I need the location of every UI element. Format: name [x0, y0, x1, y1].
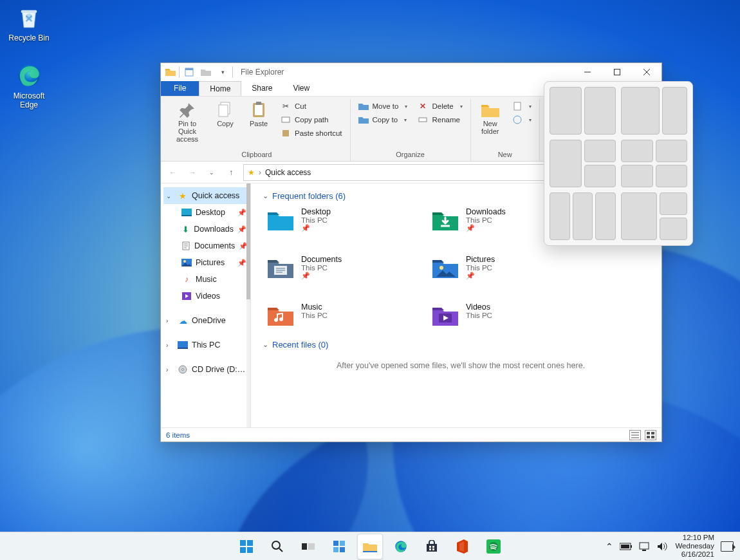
- taskbar-clock[interactable]: 12:10 PM Wednesday 6/16/2021: [675, 534, 714, 559]
- desktop-icon-recycle-bin[interactable]: Recycle Bin: [4, 4, 54, 42]
- nav-desktop[interactable]: Desktop📌: [163, 204, 250, 221]
- close-button[interactable]: [632, 63, 661, 81]
- snap-layout-option[interactable]: [621, 140, 687, 187]
- desktop-icon-edge[interactable]: Microsoft Edge: [4, 62, 54, 109]
- new-item-button[interactable]: ▾: [510, 100, 534, 112]
- folder-item[interactable]: PicturesThis PC📌: [431, 255, 560, 281]
- easy-access-button[interactable]: ▾: [510, 114, 534, 126]
- svg-rect-48: [429, 548, 431, 550]
- taskbar-store[interactable]: [419, 534, 445, 559]
- nav-downloads[interactable]: ⬇Downloads📌: [163, 221, 250, 238]
- copy-path-button[interactable]: Copy path: [278, 114, 345, 126]
- svg-rect-35: [240, 547, 246, 553]
- folder-item[interactable]: MusicThis PC: [266, 303, 395, 328]
- nav-up-button[interactable]: ↑: [224, 165, 238, 180]
- svg-rect-39: [308, 543, 315, 550]
- tab-file[interactable]: File: [161, 81, 199, 96]
- qat-customize-icon[interactable]: ▾: [216, 66, 230, 79]
- disc-icon: [178, 364, 188, 375]
- task-view-button[interactable]: [295, 534, 321, 559]
- nav-music[interactable]: ♪Music: [163, 271, 250, 288]
- navigation-pane: ⌄★Quick access Desktop📌 ⬇Downloads📌 Docu…: [161, 183, 251, 427]
- svg-rect-8: [255, 105, 263, 115]
- chevron-down-icon: ▾: [460, 104, 463, 109]
- nav-onedrive[interactable]: ›☁OneDrive: [163, 312, 250, 329]
- taskbar-file-explorer[interactable]: [357, 534, 383, 559]
- svg-rect-46: [429, 546, 431, 548]
- widgets-button[interactable]: [326, 534, 352, 559]
- notifications-button[interactable]: [721, 541, 734, 552]
- nav-recent-button[interactable]: ⌄: [205, 165, 219, 180]
- maximize-button[interactable]: [602, 63, 632, 81]
- copy-button[interactable]: Copy: [211, 99, 239, 127]
- svg-rect-41: [340, 541, 345, 546]
- cut-button[interactable]: ✂Cut: [278, 100, 345, 112]
- qat-properties-icon[interactable]: [182, 66, 196, 79]
- move-to-button[interactable]: Move to▾: [356, 100, 411, 112]
- start-button[interactable]: [234, 534, 259, 559]
- svg-rect-17: [181, 215, 192, 216]
- nav-cd-drive[interactable]: ›CD Drive (D:) CCC: [163, 361, 250, 378]
- snap-layout-option[interactable]: [550, 192, 616, 240]
- tab-view[interactable]: View: [282, 81, 320, 96]
- move-to-icon: [358, 101, 369, 111]
- taskbar-edge[interactable]: [388, 534, 414, 559]
- paste-shortcut-button[interactable]: Paste shortcut: [278, 127, 345, 139]
- nav-documents[interactable]: Documents📌: [163, 238, 250, 254]
- window-title: File Explorer: [241, 68, 284, 77]
- nav-back-button[interactable]: ←: [166, 165, 180, 180]
- search-button[interactable]: [264, 534, 290, 559]
- nav-this-pc[interactable]: ›This PC: [163, 337, 250, 353]
- videos-icon: [181, 291, 192, 301]
- app-icon: [165, 66, 176, 78]
- snap-layout-option[interactable]: [550, 140, 616, 187]
- folder-item[interactable]: DownloadsThis PC📌: [431, 207, 560, 233]
- folder-name: Documents: [301, 255, 342, 264]
- view-large-icons-button[interactable]: [645, 430, 656, 440]
- delete-button[interactable]: ✕Delete▾: [415, 100, 465, 112]
- new-folder-button[interactable]: New folder: [476, 99, 504, 135]
- titlebar[interactable]: ▾ File Explorer: [161, 63, 661, 81]
- volume-icon[interactable]: [657, 542, 669, 551]
- recent-files-header[interactable]: ⌄Recent files (0): [263, 340, 655, 350]
- rename-button[interactable]: Rename: [415, 114, 465, 126]
- svg-rect-9: [256, 102, 261, 105]
- view-details-button[interactable]: [629, 430, 641, 440]
- nav-videos[interactable]: Videos: [163, 288, 250, 304]
- folder-name: Videos: [466, 303, 492, 312]
- folder-item[interactable]: DocumentsThis PC📌: [266, 255, 395, 281]
- paste-button[interactable]: Paste: [245, 99, 273, 127]
- svg-rect-3: [185, 68, 193, 70]
- folder-item[interactable]: DesktopThis PC📌: [266, 207, 395, 233]
- chevron-down-icon: ▾: [529, 117, 532, 123]
- nav-pictures[interactable]: Pictures📌: [163, 254, 250, 271]
- network-icon[interactable]: [639, 542, 651, 551]
- breadcrumb[interactable]: Quick access: [265, 168, 311, 177]
- qat-new-folder-icon[interactable]: [199, 66, 213, 79]
- nav-scrollbar[interactable]: [246, 183, 250, 427]
- minimize-button[interactable]: [573, 63, 602, 81]
- tray-overflow-button[interactable]: ⌃: [606, 541, 613, 552]
- snap-layout-option[interactable]: [621, 192, 687, 240]
- battery-icon[interactable]: [620, 543, 633, 550]
- svg-point-37: [272, 541, 280, 549]
- copy-path-icon: [281, 115, 291, 125]
- tab-home[interactable]: Home: [199, 81, 241, 96]
- chevron-down-icon: ▾: [405, 104, 407, 109]
- snap-layout-option[interactable]: [550, 87, 616, 135]
- chevron-down-icon: ⌄: [263, 192, 268, 200]
- desktop-icon-label: Microsoft Edge: [4, 91, 54, 109]
- snap-layout-option[interactable]: [621, 87, 687, 135]
- nav-forward-button[interactable]: →: [185, 165, 199, 180]
- folder-icon: [431, 255, 459, 281]
- svg-rect-4: [615, 69, 620, 75]
- svg-point-27: [439, 266, 443, 270]
- nav-quick-access[interactable]: ⌄★Quick access: [163, 187, 250, 204]
- chevron-down-icon: ▾: [404, 117, 407, 123]
- copy-to-button[interactable]: Copy to▾: [356, 114, 411, 126]
- folder-item[interactable]: VideosThis PC: [431, 303, 560, 328]
- taskbar-office[interactable]: [450, 534, 476, 559]
- taskbar-spotify[interactable]: [481, 534, 506, 559]
- tab-share[interactable]: Share: [241, 81, 282, 96]
- pin-to-quick-access-button[interactable]: Pin to Quick access: [169, 99, 206, 143]
